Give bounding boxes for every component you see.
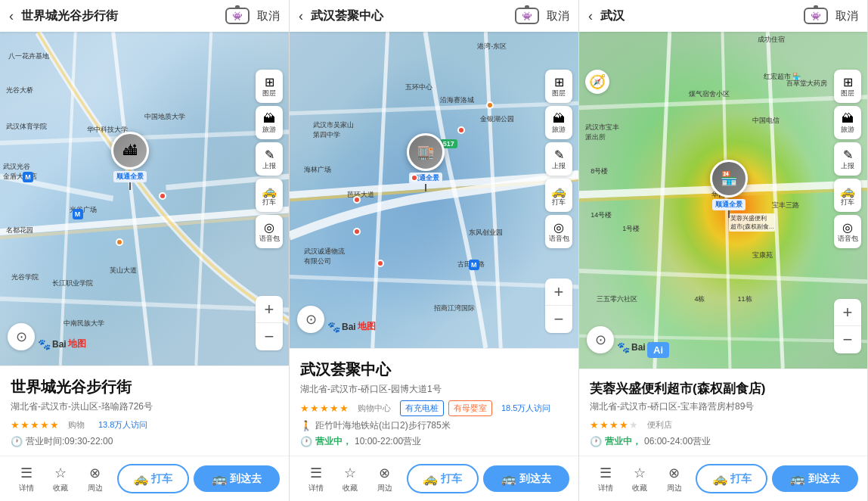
panel-3: ‹ 武汉 👾 取消 xyxy=(579,0,868,501)
layers-button-1[interactable]: ⊞ 图层 xyxy=(256,70,283,103)
taxi-icon: 🚕 xyxy=(840,185,855,198)
zoom-out-2[interactable]: − xyxy=(545,306,572,333)
zoom-buttons-1: + − xyxy=(256,296,283,350)
taxi-button-3[interactable]: 🚕 打车 xyxy=(696,464,767,493)
info-card-3: 芙蓉兴盛便利超市(森权副食店) 湖北省-武汉市-硚口区-宝丰路营房村89号 ★ … xyxy=(579,369,867,456)
cancel-button-1[interactable]: 取消 xyxy=(257,9,280,23)
report-button-2[interactable]: ✎ 上报 xyxy=(545,142,572,176)
tourism-button-2[interactable]: 🏔 旅游 xyxy=(545,106,572,139)
nearby-icon: ⊗ xyxy=(379,465,390,481)
report-button-1[interactable]: ✎ 上报 xyxy=(256,142,283,176)
tourism-label: 旅游 xyxy=(262,126,276,133)
back-button-3[interactable]: ‹ xyxy=(588,8,593,24)
compass-icon[interactable]: 🧭 xyxy=(585,70,609,94)
map-area-3[interactable]: 成功住宿 红宏超市 🏪 煤气宿舍小区 中国电信 武汉市宝丰派出所 百草堂大药房 … xyxy=(579,32,867,369)
info-status-1: 🕐 营业时间:09:30-22:00 xyxy=(11,435,278,448)
report-label: 上报 xyxy=(262,163,276,170)
voice-button-1[interactable]: ◎ 语音包 xyxy=(256,215,283,248)
locate-button-2[interactable]: ⊙ xyxy=(297,306,324,333)
ai-label[interactable]: Ai xyxy=(647,342,669,358)
panel-1: ‹ 世界城光谷步行街 👾 取消 八一花卉基地 光谷大桥 武汉体育学院 武汉光 xyxy=(0,0,290,501)
layers-button-3[interactable]: ⊞ 图层 xyxy=(834,70,861,103)
robot-icon-2[interactable]: 👾 xyxy=(515,8,539,24)
details-icon: ☰ xyxy=(600,465,612,481)
panel3-title: 武汉 xyxy=(600,8,796,24)
nav-label-3: 到这去 xyxy=(808,472,840,486)
robot-icon-3[interactable]: 👾 xyxy=(804,8,828,24)
collect-button-1[interactable]: ☆ 收藏 xyxy=(44,465,79,493)
taxi-button-1[interactable]: 🚕 打车 xyxy=(117,464,189,493)
zoom-in-2[interactable]: + xyxy=(545,279,572,306)
map-area-1[interactable]: 八一花卉基地 光谷大桥 武汉体育学院 武汉光谷金盾大酒店 华中科技大学 中国地质… xyxy=(0,32,289,366)
map-pin-2: 🏬 顺通全景 xyxy=(407,133,445,191)
layers-label: 图层 xyxy=(262,90,276,97)
cancel-button-2[interactable]: 取消 xyxy=(547,9,569,23)
map-area-2[interactable]: 港湾-东区 五环中心 沿海赛洛城 武汉市吴家山第四中学 金银湖公园 海林广场 武… xyxy=(290,32,578,348)
back-button-2[interactable]: ‹ xyxy=(299,8,303,24)
layers-button-2[interactable]: ⊞ 图层 xyxy=(545,70,572,103)
robot-icon-1[interactable]: 👾 xyxy=(225,8,250,24)
report-button-3[interactable]: ✎ 上报 xyxy=(834,142,861,176)
zoom-in-1[interactable]: + xyxy=(256,296,283,323)
info-status-3: 🕐 营业中， 06:00-24:00营业 xyxy=(590,435,857,448)
tourism-button-1[interactable]: 🏔 旅游 xyxy=(256,106,283,139)
zoom-out-1[interactable]: − xyxy=(256,323,283,350)
locate-button-3[interactable]: ⊙ xyxy=(587,326,614,353)
panel-2: ‹ 武汉荟聚中心 👾 取消 港湾-东区 五环中心 沿海赛洛城 武汉市吴家山第四中… xyxy=(290,0,579,501)
collect-icon: ☆ xyxy=(54,465,67,481)
details-button-2[interactable]: ☰ 详情 xyxy=(299,465,333,493)
charge-tag-2: 有充电桩 xyxy=(400,400,444,416)
map-pin-1: 🏙 顺通全景 xyxy=(111,132,149,190)
zoom-buttons-3: + − xyxy=(834,299,861,353)
details-button-1[interactable]: ☰ 详情 xyxy=(9,465,44,493)
collect-button-2[interactable]: ☆ 收藏 xyxy=(333,465,368,493)
nearby-label: 周边 xyxy=(88,483,103,493)
nearby-icon: ⊗ xyxy=(668,465,680,481)
taxi-side-button-1[interactable]: 🚕 打车 xyxy=(256,179,283,212)
nearby-label: 周边 xyxy=(667,483,682,493)
metro-icon: M xyxy=(23,172,33,182)
category-tag-3: 便利店 xyxy=(643,418,677,432)
details-button-3[interactable]: ☰ 详情 xyxy=(588,465,622,493)
nearby-button-2[interactable]: ⊗ 周边 xyxy=(367,465,402,493)
layers-icon: ⊞ xyxy=(843,76,853,89)
taxi-button-2[interactable]: 🚕 打车 xyxy=(407,464,479,493)
details-label: 详情 xyxy=(598,483,613,493)
details-label: 详情 xyxy=(19,483,34,493)
nav-button-3[interactable]: 🚌 到这去 xyxy=(772,465,858,492)
cancel-button-3[interactable]: 取消 xyxy=(835,9,858,23)
traffic-dot xyxy=(486,101,494,109)
panel3-header: ‹ 武汉 👾 取消 xyxy=(579,0,867,32)
rating-stars-2: ★ ★ ★ ★ ★ xyxy=(300,403,349,414)
zoom-out-3[interactable]: − xyxy=(834,326,861,353)
voice-button-3[interactable]: ◎ 语音包 xyxy=(834,215,861,248)
map-side-buttons-3: ⊞ 图层 🏔 旅游 ✎ 上报 🚕 打车 ◎ 语音包 xyxy=(834,70,861,248)
taxi-side-button-2[interactable]: 🚕 打车 xyxy=(545,179,572,212)
taxi-icon: 🚕 xyxy=(551,185,566,198)
metro-icon: M xyxy=(469,260,479,270)
map-pin-3: 🏪 顺通全景 xyxy=(710,160,748,218)
voice-button-2[interactable]: ◎ 语音包 xyxy=(545,215,572,248)
voice-label: 语音包 xyxy=(259,235,280,242)
summer-tag-2: 有母婴室 xyxy=(448,400,492,416)
place-addr-2: 湖北省-武汉市-硚口区-园博大道1号 xyxy=(300,383,568,396)
taxi-btn-icon-3: 🚕 xyxy=(712,471,727,486)
collect-icon: ☆ xyxy=(634,465,646,481)
nav-button-2[interactable]: 🚌 到这去 xyxy=(483,465,569,492)
nearby-button-3[interactable]: ⊗ 周边 xyxy=(657,465,691,493)
taxi-btn-label-3: 打车 xyxy=(730,472,752,486)
nav-button-1[interactable]: 🚌 到这去 xyxy=(194,465,280,492)
tourism-button-3[interactable]: 🏔 旅游 xyxy=(834,106,861,139)
back-button-1[interactable]: ‹ xyxy=(9,8,14,24)
collect-label: 收藏 xyxy=(632,483,647,493)
nav-label-2: 到这去 xyxy=(519,472,551,486)
taxi-btn-icon-1: 🚕 xyxy=(133,471,148,486)
report-icon: ✎ xyxy=(554,149,564,161)
locate-button-1[interactable]: ⊙ xyxy=(8,323,35,350)
rating-stars-1: ★ ★ ★ ★ ★ xyxy=(11,419,59,431)
taxi-side-button-3[interactable]: 🚕 打车 xyxy=(834,179,861,212)
zoom-in-3[interactable]: + xyxy=(834,299,861,326)
collect-button-3[interactable]: ☆ 收藏 xyxy=(622,465,656,493)
visits-tag-1: 13.8万人访问 xyxy=(94,418,152,432)
nearby-button-1[interactable]: ⊗ 周边 xyxy=(78,465,113,493)
